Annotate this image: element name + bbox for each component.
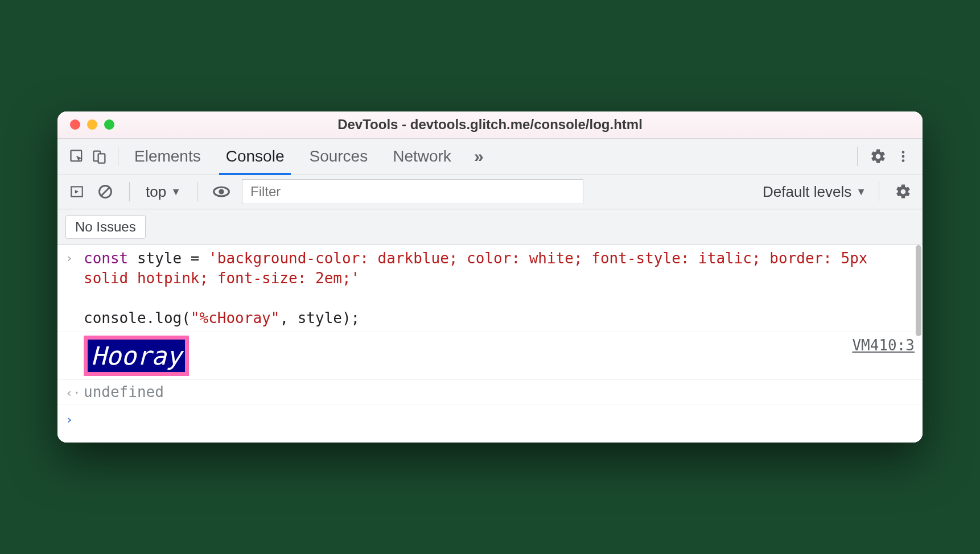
prompt-chevron-icon: › bbox=[65, 410, 84, 427]
chevron-down-icon: ▼ bbox=[171, 186, 181, 198]
divider bbox=[118, 147, 118, 166]
inspect-icon[interactable] bbox=[65, 145, 88, 168]
close-window-button[interactable] bbox=[70, 119, 80, 130]
devtools-window: DevTools - devtools.glitch.me/console/lo… bbox=[57, 111, 923, 443]
gutter-spacer bbox=[65, 336, 84, 338]
tab-elements[interactable]: Elements bbox=[132, 139, 203, 173]
settings-icon[interactable] bbox=[867, 145, 890, 168]
return-value: undefined bbox=[84, 383, 915, 400]
titlebar: DevTools - devtools.glitch.me/console/lo… bbox=[57, 111, 923, 139]
more-tabs-icon[interactable]: » bbox=[474, 147, 484, 166]
live-expression-icon[interactable] bbox=[210, 180, 233, 203]
svg-rect-2 bbox=[98, 154, 105, 163]
divider bbox=[857, 147, 858, 166]
chevron-down-icon: ▼ bbox=[856, 186, 866, 198]
svg-point-4 bbox=[902, 155, 905, 158]
svg-point-3 bbox=[902, 151, 905, 154]
tab-console[interactable]: Console bbox=[224, 139, 287, 173]
input-chevron-icon: › bbox=[65, 249, 84, 265]
console-output: › const style = 'background-color: darkb… bbox=[57, 245, 923, 443]
main-tabbar: Elements Console Sources Network » bbox=[57, 139, 923, 175]
sidebar-toggle-icon[interactable] bbox=[65, 180, 88, 203]
scrollbar-thumb[interactable] bbox=[916, 245, 921, 336]
context-label: top bbox=[146, 183, 166, 201]
tab-network[interactable]: Network bbox=[390, 139, 454, 173]
divider bbox=[879, 182, 879, 201]
context-selector[interactable]: top ▼ bbox=[142, 183, 184, 201]
minimize-window-button[interactable] bbox=[87, 119, 97, 130]
console-code[interactable]: const style = 'background-color: darkblu… bbox=[84, 249, 915, 328]
return-chevron-icon: ‹· bbox=[65, 383, 84, 400]
styled-log-output: Hooray bbox=[84, 336, 189, 376]
divider bbox=[129, 182, 130, 201]
issues-button[interactable]: No Issues bbox=[65, 215, 146, 239]
console-return-row: ‹· undefined bbox=[57, 380, 923, 404]
svg-rect-0 bbox=[71, 151, 82, 162]
device-toggle-icon[interactable] bbox=[88, 145, 111, 168]
console-input-row: › const style = 'background-color: darkb… bbox=[57, 245, 923, 332]
source-link[interactable]: VM410:3 bbox=[852, 336, 915, 354]
panel-tabs: Elements Console Sources Network » bbox=[132, 139, 850, 173]
log-levels-selector[interactable]: Default levels ▼ bbox=[763, 183, 866, 201]
maximize-window-button[interactable] bbox=[104, 119, 114, 130]
filter-input[interactable] bbox=[242, 179, 583, 204]
issues-bar: No Issues bbox=[57, 209, 923, 245]
clear-console-icon[interactable] bbox=[94, 180, 117, 203]
window-title: DevTools - devtools.glitch.me/console/lo… bbox=[337, 117, 643, 133]
divider bbox=[197, 182, 197, 201]
console-prompt-row[interactable]: › bbox=[57, 404, 923, 443]
svg-point-10 bbox=[219, 189, 224, 195]
window-controls bbox=[70, 119, 114, 130]
svg-line-8 bbox=[101, 188, 109, 196]
svg-point-5 bbox=[902, 159, 905, 162]
console-log-row: Hooray VM410:3 bbox=[57, 332, 923, 380]
console-settings-icon[interactable] bbox=[892, 180, 915, 203]
tab-sources[interactable]: Sources bbox=[307, 139, 370, 173]
console-toolbar: top ▼ Default levels ▼ bbox=[57, 175, 923, 209]
kebab-menu-icon[interactable] bbox=[892, 145, 915, 168]
levels-label: Default levels bbox=[763, 183, 851, 201]
scrollbar[interactable] bbox=[915, 245, 923, 443]
